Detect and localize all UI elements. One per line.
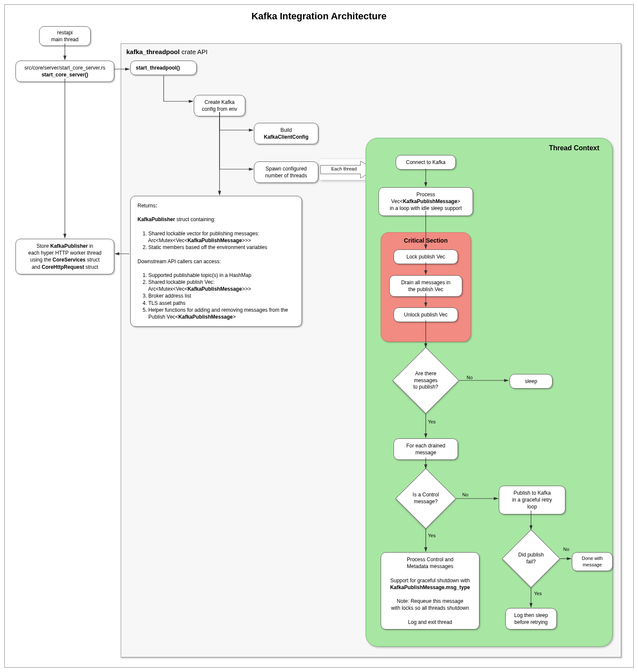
text: start_core_server() (42, 72, 89, 78)
text: Lock publish Vec (406, 254, 445, 260)
text: Store (37, 243, 50, 249)
text: KafkaPublishMessage (178, 314, 233, 320)
node-log-retry: Log then sleep before retrying (505, 608, 557, 629)
text: Is a Control (412, 492, 439, 498)
text: Connect to Kafka (406, 159, 446, 165)
text: Unlock publish Vec (404, 312, 447, 318)
text: Returns: (137, 203, 157, 209)
text: TLS asset paths (148, 300, 186, 306)
text: fail? (526, 559, 536, 565)
node-spawn-threads: Spawn configured number of threads (254, 161, 318, 183)
text: Helper functions for adding and removing… (148, 307, 288, 313)
returns-list2: 1. Supported publishable topic(s) in a H… (137, 272, 295, 320)
text: the publish Vec (408, 286, 443, 292)
text: Shared lockable vector for publishing me… (148, 231, 259, 237)
text: Note: Requeue this message (397, 598, 464, 604)
text: Metadata messages (407, 563, 453, 569)
text: message (415, 450, 437, 456)
text: Log and exit thread (408, 619, 452, 625)
text: > (457, 198, 460, 204)
text: start_threadpool() (136, 65, 180, 71)
text: Publish Vec< (148, 314, 178, 320)
text: message? (414, 499, 437, 505)
text: to publish? (413, 384, 438, 390)
node-process-control: Process Control and Metadata messages Su… (381, 552, 479, 629)
text: Arc<Mutex<Vec< (148, 237, 188, 243)
text: Publish to Kafka (513, 490, 551, 496)
node-process-loop: Process Vec<KafkaPublishMessage> in a lo… (379, 187, 473, 216)
text: using the (30, 257, 52, 263)
text: Process (416, 192, 435, 198)
text: Spawn configured (266, 166, 307, 172)
text: config from env (202, 106, 237, 112)
text: Create Kafka (205, 99, 235, 105)
label-yes-1: Yes (428, 419, 436, 424)
text: >>> (242, 237, 251, 243)
node-returns: Returns: KafkaPublisher struct containin… (130, 196, 302, 327)
node-restapi: restapi main thread (39, 26, 91, 46)
text: KafkaPublishMessage (187, 237, 242, 243)
text: sleep (525, 378, 537, 384)
node-done-message: Done with message (572, 552, 613, 571)
node-publish-kafka: Publish to Kafka in a graceful retry loo… (499, 486, 565, 514)
text: struct (85, 257, 100, 263)
text: restapi (57, 30, 73, 36)
text: struct (84, 264, 98, 270)
node-store-publisher: Store KafkaPublisher in each hyper HTTP … (15, 239, 114, 274)
text: Did publish (518, 552, 543, 558)
node-unlock-vec: Unlock publish Vec (394, 307, 458, 322)
node-build-kafkaclientconfig: Build KafkaClientConfig (254, 123, 318, 144)
diagram-title: Kafka Integration Architecture (5, 11, 633, 22)
text: messages (414, 377, 438, 383)
text: in a loop with idle sleep support (390, 205, 461, 211)
text: and (32, 264, 42, 270)
text: Process Control and (407, 556, 454, 563)
text: with locks so all threads shutdown (391, 605, 469, 611)
diagram-frame: Kafka Integration Architecture restapi m… (4, 4, 634, 668)
text: Are there (415, 371, 436, 377)
text: Vec< (391, 198, 403, 204)
text: KafkaClientConfig (264, 134, 308, 140)
text: Shared lockable publish Vec: (148, 279, 214, 285)
label-yes-2: Yes (428, 533, 436, 538)
node-connect-kafka: Connect to Kafka (396, 155, 456, 170)
text: before retrying (514, 619, 547, 625)
node-start-threadpool: start_threadpool() (130, 61, 197, 75)
text: Log then sleep (514, 612, 548, 618)
text: number of threads (265, 173, 307, 179)
node-lock-vec: Lock publish Vec (394, 249, 458, 264)
node-create-kafka-config: Create Kafka config from env (194, 95, 245, 116)
text: KafkaPublishMessage.msg_type (390, 584, 470, 590)
text: Support for graceful shutdown with (391, 578, 470, 584)
text: KafkaPublishMessage (187, 286, 242, 292)
node-start-core-server: src/core/server/start_core_server.rs sta… (15, 61, 114, 82)
text: each hyper HTTP worker thread (28, 250, 102, 256)
text: For each drained (406, 443, 446, 449)
label-no-2: No (462, 492, 468, 497)
crate-api-label: kafka_threadpool crate API (126, 48, 208, 55)
text: KafkaPublisher (137, 216, 175, 222)
text: Arc<Mutex<Vec< (148, 286, 188, 292)
text: struct containing: (175, 216, 215, 222)
node-sleep: sleep (510, 374, 553, 389)
label-no-3: No (563, 547, 569, 552)
text: main thread (51, 36, 78, 43)
text: Downstream API callers can access: (137, 258, 221, 265)
returns-list1: 1. Shared lockable vector for publishing… (137, 230, 295, 251)
each-thread-label: Each thread (331, 166, 357, 171)
text: Broker address list (148, 293, 191, 299)
text: Build (281, 127, 292, 133)
text: src/core/server/start_core_server.rs (24, 65, 106, 71)
node-for-each-drained: For each drained message (394, 438, 458, 460)
text: loop (527, 504, 537, 510)
text: kafka_threadpool (126, 48, 180, 55)
text: Done with message (582, 556, 603, 567)
text: > (233, 314, 236, 320)
node-drain-vec: Drain all messages in the publish Vec (389, 275, 462, 297)
text: KafkaPublishMessage (403, 198, 458, 204)
text: Static members based off the environment… (148, 244, 267, 250)
text: crate API (180, 48, 208, 55)
text: CoreServices (52, 257, 85, 263)
text: in a graceful retry (512, 497, 552, 503)
label-no-1: No (467, 375, 473, 380)
